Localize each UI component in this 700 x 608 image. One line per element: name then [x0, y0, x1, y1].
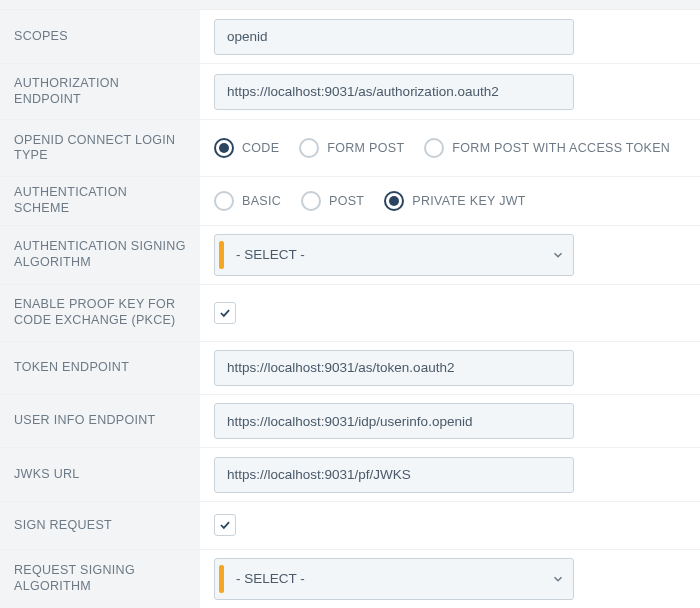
radio-circle-icon	[299, 138, 319, 158]
chevron-down-icon	[543, 248, 573, 262]
row-scopes: SCOPES	[0, 9, 700, 62]
label-auth-sign-algo: AUTHENTICATION SIGNING ALGORITHM	[0, 226, 200, 284]
cell-req-sign-algo: - SELECT -	[200, 550, 700, 608]
req-sign-algo-select[interactable]: - SELECT -	[214, 558, 574, 600]
cell-auth-sign-algo: - SELECT -	[200, 226, 700, 284]
label-authz-endpoint: AUTHORIZATION ENDPOINT	[0, 64, 200, 120]
radio-label: CODE	[242, 141, 279, 155]
jwks-url-input[interactable]	[214, 457, 574, 493]
label-sign-request: SIGN REQUEST	[0, 502, 200, 549]
radio-label: PRIVATE KEY JWT	[412, 194, 526, 208]
scopes-input[interactable]	[214, 19, 574, 55]
row-req-sign-algo: REQUEST SIGNING ALGORITHM - SELECT -	[0, 549, 700, 608]
row-token-endpoint: TOKEN ENDPOINT	[0, 341, 700, 394]
cell-login-type: CODEFORM POSTFORM POST WITH ACCESS TOKEN	[200, 120, 700, 176]
row-userinfo-endpoint: USER INFO ENDPOINT	[0, 394, 700, 447]
radio-circle-icon	[214, 191, 234, 211]
radio-label: POST	[329, 194, 364, 208]
cell-auth-scheme: BASICPOSTPRIVATE KEY JWT	[200, 177, 700, 225]
radio-circle-icon	[384, 191, 404, 211]
row-login-type: OPENID CONNECT LOGIN TYPE CODEFORM POSTF…	[0, 119, 700, 176]
radio-circle-icon	[214, 138, 234, 158]
radio-label: FORM POST WITH ACCESS TOKEN	[452, 141, 670, 155]
label-auth-scheme: AUTHENTICATION SCHEME	[0, 177, 200, 225]
auth-sign-algo-selected-label: - SELECT -	[224, 247, 543, 262]
radio-circle-icon	[301, 191, 321, 211]
label-jwks-url: JWKS URL	[0, 448, 200, 500]
radio-label: FORM POST	[327, 141, 404, 155]
oidc-settings-form: SCOPES AUTHORIZATION ENDPOINT OPENID CON…	[0, 0, 700, 608]
label-token-endpoint: TOKEN ENDPOINT	[0, 342, 200, 394]
chevron-down-icon	[543, 572, 573, 586]
cell-sign-request	[200, 502, 700, 549]
radio-option-code[interactable]: CODE	[214, 138, 279, 158]
sign-request-checkbox[interactable]	[214, 514, 236, 536]
login-type-radio-group: CODEFORM POSTFORM POST WITH ACCESS TOKEN	[214, 138, 670, 158]
label-login-type: OPENID CONNECT LOGIN TYPE	[0, 120, 200, 176]
top-spacer	[0, 0, 700, 9]
authz-endpoint-input[interactable]	[214, 74, 574, 110]
row-sign-request: SIGN REQUEST	[0, 501, 700, 549]
token-endpoint-input[interactable]	[214, 350, 574, 386]
label-pkce: ENABLE PROOF KEY FOR CODE EXCHANGE (PKCE…	[0, 285, 200, 341]
cell-jwks-url	[200, 448, 700, 500]
cell-userinfo-endpoint	[200, 395, 700, 447]
label-req-sign-algo: REQUEST SIGNING ALGORITHM	[0, 550, 200, 608]
cell-token-endpoint	[200, 342, 700, 394]
radio-option-form-post[interactable]: FORM POST	[299, 138, 404, 158]
auth-sign-algo-select[interactable]: - SELECT -	[214, 234, 574, 276]
req-sign-algo-selected-label: - SELECT -	[224, 571, 543, 586]
radio-option-form-post-at[interactable]: FORM POST WITH ACCESS TOKEN	[424, 138, 670, 158]
auth-scheme-radio-group: BASICPOSTPRIVATE KEY JWT	[214, 191, 526, 211]
radio-option-post[interactable]: POST	[301, 191, 364, 211]
row-auth-scheme: AUTHENTICATION SCHEME BASICPOSTPRIVATE K…	[0, 176, 700, 225]
radio-circle-icon	[424, 138, 444, 158]
pkce-checkbox[interactable]	[214, 302, 236, 324]
cell-pkce	[200, 285, 700, 341]
row-authz-endpoint: AUTHORIZATION ENDPOINT	[0, 63, 700, 120]
radio-option-basic[interactable]: BASIC	[214, 191, 281, 211]
label-userinfo-endpoint: USER INFO ENDPOINT	[0, 395, 200, 447]
row-jwks-url: JWKS URL	[0, 447, 700, 500]
row-auth-sign-algo: AUTHENTICATION SIGNING ALGORITHM - SELEC…	[0, 225, 700, 284]
row-pkce: ENABLE PROOF KEY FOR CODE EXCHANGE (PKCE…	[0, 284, 700, 341]
cell-scopes	[200, 10, 700, 62]
radio-label: BASIC	[242, 194, 281, 208]
label-scopes: SCOPES	[0, 10, 200, 62]
cell-authz-endpoint	[200, 64, 700, 120]
userinfo-endpoint-input[interactable]	[214, 403, 574, 439]
radio-option-private-key-jwt[interactable]: PRIVATE KEY JWT	[384, 191, 526, 211]
